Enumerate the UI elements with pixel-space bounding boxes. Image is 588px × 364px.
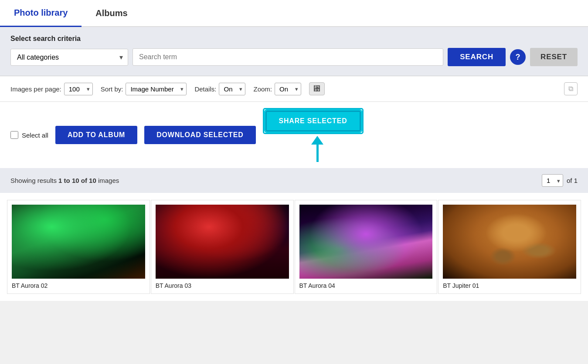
photo-image-aurora-04	[299, 205, 433, 279]
external-link-icon: ⧉	[568, 85, 573, 92]
zoom-select[interactable]: On Off	[275, 83, 301, 95]
page-select[interactable]: 1	[542, 174, 563, 187]
category-select-wrapper: All categories Nature Space Architecture…	[10, 49, 128, 66]
photo-card-aurora-04: BT Aurora 04	[295, 200, 438, 294]
help-button[interactable]: ?	[510, 49, 526, 65]
photo-label-aurora-03: BT Aurora 03	[156, 282, 289, 289]
app-container: Photo library Albums Select search crite…	[0, 0, 588, 301]
arrow-annotation	[272, 136, 364, 162]
images-per-page-select-wrapper: 10 25 50 100	[64, 83, 93, 95]
download-selected-button[interactable]: DOWNLOAD SELECTED	[144, 126, 255, 144]
search-button[interactable]: SEARCH	[448, 48, 506, 66]
images-per-page-group: Images per page: 10 25 50 100	[10, 83, 93, 95]
page-select-wrapper: 1	[542, 174, 563, 187]
photo-image-jupiter-01	[443, 205, 576, 279]
tab-albums[interactable]: Albums	[82, 0, 141, 26]
pagination: 1 of 1	[542, 174, 578, 187]
controls-bar: Images per page: 10 25 50 100 Sort by: I…	[0, 76, 588, 102]
external-link-button[interactable]: ⧉	[564, 82, 578, 95]
arrow-up	[311, 136, 323, 145]
select-all-label[interactable]: Select all	[10, 131, 48, 139]
results-bar: Showing results 1 to 10 of 10 images 1 o…	[0, 168, 588, 193]
share-icon: ␹	[313, 85, 320, 92]
page-of-text: of 1	[567, 177, 578, 184]
photo-image-aurora-02	[12, 205, 145, 279]
details-select[interactable]: On Off	[219, 83, 245, 95]
details-select-wrapper: On Off	[219, 83, 245, 95]
share-selected-wrapper: SHARE SELECTED	[263, 108, 364, 162]
results-text: Showing results 1 to 10 of 10 images	[10, 177, 119, 184]
details-group: Details: On Off	[194, 83, 245, 95]
photo-label-aurora-04: BT Aurora 04	[299, 282, 433, 289]
sort-by-group: Sort by: Image Number Date Name Relevanc…	[101, 83, 187, 95]
zoom-select-wrapper: On Off	[275, 83, 301, 95]
zoom-label: Zoom:	[253, 85, 272, 93]
photo-label-jupiter-01: BT Jupiter 01	[443, 282, 576, 289]
search-input[interactable]	[133, 48, 443, 66]
tabs-bar: Photo library Albums	[0, 0, 588, 27]
arrow-line	[316, 145, 319, 162]
sort-by-select[interactable]: Image Number Date Name Relevance	[126, 83, 187, 95]
select-all-text: Select all	[22, 131, 48, 139]
add-to-album-button[interactable]: ADD TO ALBUM	[55, 126, 137, 144]
search-criteria-section: Select search criteria All categories Na…	[0, 27, 588, 76]
reset-button[interactable]: RESET	[530, 48, 578, 66]
photo-card-aurora-03: BT Aurora 03	[151, 200, 294, 294]
select-all-checkbox[interactable]	[10, 131, 18, 139]
details-label: Details:	[194, 85, 216, 93]
results-bold: 1 to 10 of 10	[58, 177, 96, 184]
category-select[interactable]: All categories Nature Space Architecture…	[10, 49, 128, 66]
share-selected-button[interactable]: SHARE SELECTED	[265, 111, 361, 131]
photo-grid: BT Aurora 02 BT Aurora 03 BT Aurora 04 B…	[0, 193, 588, 301]
images-per-page-select[interactable]: 10 25 50 100	[64, 83, 93, 95]
photo-label-aurora-02: BT Aurora 02	[12, 282, 145, 289]
images-per-page-label: Images per page:	[10, 85, 61, 93]
photo-card-aurora-02: BT Aurora 02	[7, 200, 150, 294]
action-bar: Select all ADD TO ALBUM DOWNLOAD SELECTE…	[0, 102, 588, 168]
tab-photo-library[interactable]: Photo library	[0, 0, 82, 27]
share-selected-highlight: SHARE SELECTED	[263, 108, 364, 134]
zoom-group: Zoom: On Off	[253, 83, 301, 95]
search-row: All categories Nature Space Architecture…	[10, 48, 578, 66]
share-icon-button[interactable]: ␹	[309, 82, 325, 95]
sort-by-label: Sort by:	[101, 85, 123, 93]
photo-image-aurora-03	[156, 205, 289, 279]
sort-by-select-wrapper: Image Number Date Name Relevance	[126, 83, 187, 95]
search-criteria-title: Select search criteria	[10, 35, 578, 43]
photo-card-jupiter-01: BT Jupiter 01	[438, 200, 581, 294]
